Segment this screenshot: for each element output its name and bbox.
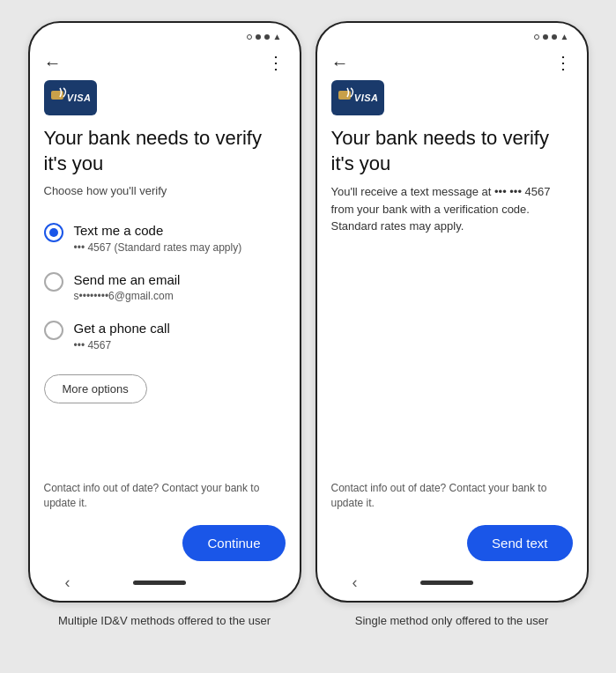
phone-left-wrapper: ▲ ← ⋮ VISA Your bank ne: [28, 21, 301, 629]
page-title-right: Your bank needs to verify it's you: [317, 126, 587, 183]
phone-right-wrapper: ▲ ← ⋮ VISA Your bank ne: [315, 21, 589, 629]
back-button-left[interactable]: ←: [44, 53, 62, 73]
phone-left-header: ← ⋮: [30, 45, 300, 80]
wifi-icon-r: [552, 34, 557, 40]
phone-right: ▲ ← ⋮ VISA Your bank ne: [315, 21, 589, 603]
phone-left: ▲ ← ⋮ VISA Your bank ne: [28, 21, 301, 603]
nav-back-icon-right[interactable]: ‹: [353, 573, 358, 592]
phone-right-header: ← ⋮: [317, 45, 587, 80]
option-text-code[interactable]: Text me a code ••• 4567 (Standard rates …: [44, 213, 286, 263]
phone-left-content: ← ⋮ VISA Your bank needs to verify it's …: [30, 45, 300, 601]
option-phone-call[interactable]: Get a phone call ••• 4567: [44, 311, 286, 360]
page-description-right: You'll receive a text message at ••• •••…: [317, 183, 587, 249]
option-email[interactable]: Send me an email s••••••••6@gmail.com: [44, 263, 286, 312]
phone-left-footer: Contact info out of date? Contact your b…: [30, 470, 300, 568]
back-button-right[interactable]: ←: [331, 53, 349, 73]
signal-icon-2: [256, 34, 261, 40]
option-text-code-group: Text me a code ••• 4567 (Standard rates …: [74, 222, 242, 254]
action-row-right: Send text: [331, 525, 573, 561]
radio-inner-dot: [49, 228, 58, 237]
signal-icon-r2: [543, 34, 548, 40]
option-email-group: Send me an email s••••••••6@gmail.com: [74, 271, 181, 303]
options-list-left: Text me a code ••• 4567 (Standard rates …: [30, 213, 300, 360]
contact-info-right: Contact info out of date? Contact your b…: [331, 481, 573, 511]
option-email-detail: s••••••••6@gmail.com: [74, 290, 181, 302]
nav-back-icon-left[interactable]: ‹: [65, 573, 71, 592]
continue-button[interactable]: Continue: [182, 525, 285, 561]
more-options-button[interactable]: More options: [44, 374, 147, 403]
status-bar-left: ▲: [30, 23, 300, 45]
signal-icon-r: [534, 34, 539, 40]
nav-pill-right: [420, 581, 473, 585]
radio-text-code[interactable]: [44, 223, 63, 242]
card-wave-icon-right: [345, 87, 360, 107]
radio-email[interactable]: [44, 272, 63, 292]
option-phone-call-group: Get a phone call ••• 4567: [74, 320, 170, 351]
caption-left: Multiple ID&V methods offered to the use…: [58, 613, 271, 629]
page-subtitle-left: Choose how you'll verify: [30, 183, 300, 213]
wifi-icon: [264, 34, 270, 40]
bank-card-logo-right: VISA: [331, 80, 384, 115]
status-bar-right: ▲: [317, 23, 587, 45]
option-phone-call-label: Get a phone call: [74, 320, 170, 337]
nav-pill-left: [133, 581, 186, 585]
bank-card-logo-left: VISA: [44, 80, 97, 115]
phone-right-content: ← ⋮ VISA Your bank needs to verify it's …: [317, 45, 587, 601]
battery-icon: ▲: [273, 32, 282, 41]
page-title-left: Your bank needs to verify it's you: [30, 126, 300, 183]
caption-right: Single method only offered to the user: [355, 613, 548, 629]
option-phone-call-detail: ••• 4567: [74, 339, 170, 351]
card-wave-icon: [58, 87, 72, 107]
phones-comparison: ▲ ← ⋮ VISA Your bank ne: [14, 21, 602, 629]
contact-info-left: Contact info out of date? Contact your b…: [44, 481, 286, 511]
signal-icon: [247, 34, 252, 40]
phone-right-footer: Contact info out of date? Contact your b…: [317, 470, 587, 568]
option-text-code-detail: ••• 4567 (Standard rates may apply): [74, 241, 242, 254]
option-email-label: Send me an email: [74, 271, 181, 289]
send-text-button[interactable]: Send text: [467, 525, 572, 561]
nav-bar-left: ‹: [30, 568, 300, 601]
battery-icon-r: ▲: [560, 32, 569, 41]
action-row-left: Continue: [44, 525, 286, 561]
more-menu-left[interactable]: ⋮: [267, 52, 286, 73]
nav-bar-right: ‹: [317, 568, 587, 601]
more-menu-right[interactable]: ⋮: [554, 52, 573, 73]
radio-phone-call[interactable]: [44, 321, 63, 340]
option-text-code-label: Text me a code: [74, 222, 242, 240]
